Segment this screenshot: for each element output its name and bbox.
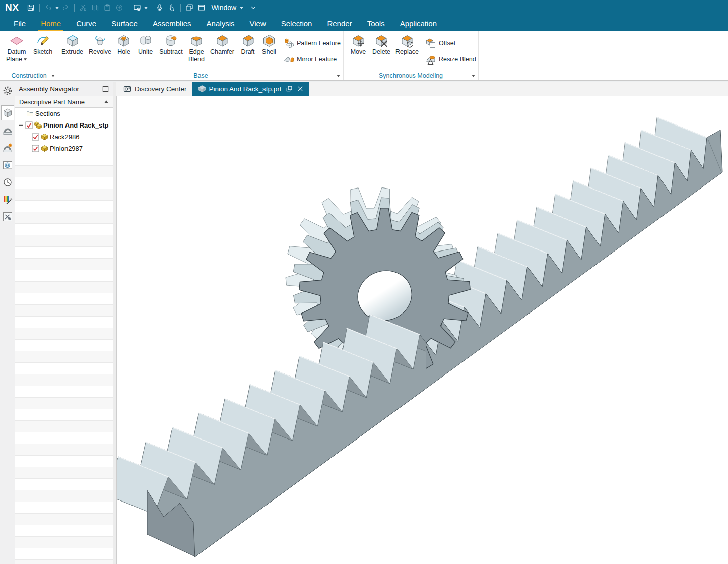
navigator-header: Assembly Navigator (15, 82, 113, 96)
base-stack: Pattern Feature Mirror Feature (279, 34, 341, 65)
navigator-column-header[interactable]: Descriptive Part Name (15, 96, 113, 108)
collapse-expander-icon[interactable] (18, 122, 24, 128)
window-menu-button[interactable]: Window (211, 4, 244, 12)
offset-label: Offset (439, 40, 455, 47)
sketch-label: Sketch (33, 48, 52, 56)
move-icon (351, 34, 365, 48)
pattern-feature-label: Pattern Feature (297, 40, 341, 47)
caret-down-icon (55, 6, 59, 10)
resource-bar (0, 82, 15, 564)
group-dialog-caret-icon[interactable] (336, 73, 341, 78)
shell-button[interactable]: Shell (259, 34, 279, 56)
ribbon-options-button[interactable] (247, 2, 259, 13)
float-panel-button[interactable] (102, 85, 109, 93)
draft-icon (241, 34, 255, 48)
menu-view[interactable]: View (242, 15, 273, 31)
caret-down-icon (144, 6, 148, 10)
graphics-viewport[interactable] (116, 96, 728, 564)
tree-row-label: Rack2986 (50, 133, 80, 141)
tab-part-file[interactable]: Pinion And Rack_stp.prt (192, 82, 309, 96)
mirror-feature-button[interactable]: Mirror Feature (283, 54, 341, 65)
window-button[interactable] (195, 2, 208, 13)
microphone-button[interactable] (154, 2, 166, 13)
touch-mode-button[interactable] (166, 2, 178, 13)
resize-blend-button[interactable]: Resize Blend (425, 54, 476, 65)
revolve-label: Revolve (89, 48, 111, 56)
delete-button[interactable]: Delete (370, 34, 393, 56)
hole-button[interactable]: Hole (114, 34, 134, 56)
sketch-icon (36, 34, 50, 48)
pattern-feature-button[interactable]: Pattern Feature (283, 38, 341, 49)
group-label: Base (193, 72, 208, 79)
cascade-windows-button[interactable] (183, 2, 195, 13)
tab-discovery-center[interactable]: Discovery Center (118, 82, 192, 96)
sketch-button[interactable]: Sketch (31, 34, 55, 56)
resize-blend-label: Resize Blend (439, 56, 476, 63)
pattern-feature-icon (283, 38, 294, 49)
subtract-button[interactable]: Subtract (157, 34, 185, 56)
group-dialog-caret-icon[interactable] (51, 73, 55, 78)
tree-row-pinion[interactable]: Pinion2987 (15, 143, 113, 154)
history-button[interactable] (1, 176, 14, 189)
edge-blend-icon (189, 34, 204, 48)
replace-button[interactable]: Replace (393, 34, 421, 56)
menu-surface[interactable]: Surface (104, 15, 145, 31)
replace-icon (400, 34, 414, 48)
menu-selection[interactable]: Selection (274, 15, 320, 31)
subtract-label: Subtract (159, 48, 183, 56)
nx-logo: NX (5, 2, 19, 13)
menu-analysis[interactable]: Analysis (199, 15, 242, 31)
move-button[interactable]: Move (347, 34, 370, 56)
display-settings-button[interactable] (131, 2, 143, 13)
tab-label: Pinion And Rack_stp.prt (209, 85, 282, 93)
replace-label: Replace (395, 48, 419, 56)
unite-button[interactable]: Unite (134, 34, 157, 56)
constraint-navigator-button[interactable] (1, 124, 14, 138)
datum-plane-button[interactable]: Datum Plane (3, 34, 31, 64)
tree-row-assembly[interactable]: Pinion And Rack_stp (15, 119, 113, 131)
toolbox-button[interactable] (1, 210, 14, 223)
settings-gear-button[interactable] (1, 84, 14, 97)
checkbox[interactable] (32, 145, 39, 152)
visualization-button[interactable] (1, 193, 14, 206)
group-footer-synchronous-modeling: Synchronous Modeling (344, 71, 478, 80)
hole-icon (117, 34, 131, 48)
menu-home[interactable]: Home (33, 15, 69, 31)
panel-splitter[interactable] (113, 82, 116, 564)
mirror-feature-icon (283, 54, 294, 65)
unite-icon (139, 34, 153, 48)
edge-blend-button[interactable]: Edge Blend (185, 34, 208, 64)
toolbar-separator (39, 4, 40, 12)
extrude-button[interactable]: Extrude (58, 34, 86, 56)
reuse-library-button[interactable] (1, 159, 14, 172)
menu-tools[interactable]: Tools (360, 15, 392, 31)
save-button[interactable] (25, 2, 37, 13)
ribbon-group-construction: Datum Plane Sketch Construction (0, 31, 58, 80)
draft-label: Draft (241, 48, 254, 56)
menu-file[interactable]: File (6, 15, 33, 31)
checkbox[interactable] (32, 133, 39, 141)
menu-curve[interactable]: Curve (69, 15, 104, 31)
rack-and-pinion-model[interactable] (117, 96, 728, 564)
chamfer-button[interactable]: Chamfer (208, 34, 237, 56)
revolve-button[interactable]: Revolve (86, 34, 114, 56)
menu-assemblies[interactable]: Assemblies (145, 15, 199, 31)
tree-row-rack[interactable]: Rack2986 (15, 131, 113, 143)
checkbox[interactable] (25, 121, 33, 129)
menu-render[interactable]: Render (319, 15, 359, 31)
titlebar: NX Window (0, 0, 728, 15)
cut-button (77, 2, 89, 13)
group-label: Synchronous Modeling (379, 72, 443, 79)
part-navigator-button[interactable] (1, 142, 14, 155)
menu-application[interactable]: Application (392, 15, 444, 31)
draft-button[interactable]: Draft (237, 34, 259, 56)
tree-row-sections[interactable]: Sections (15, 108, 113, 119)
assembly-navigator-button[interactable] (1, 105, 14, 120)
folder-icon (26, 110, 34, 117)
assembly-navigator-panel: Assembly Navigator Descriptive Part Name… (15, 82, 113, 564)
group-dialog-caret-icon[interactable] (471, 73, 476, 78)
move-label: Move (351, 48, 366, 56)
close-tab-button[interactable] (297, 85, 304, 92)
float-tab-button[interactable] (286, 85, 293, 92)
offset-button[interactable]: Offset (425, 38, 476, 49)
